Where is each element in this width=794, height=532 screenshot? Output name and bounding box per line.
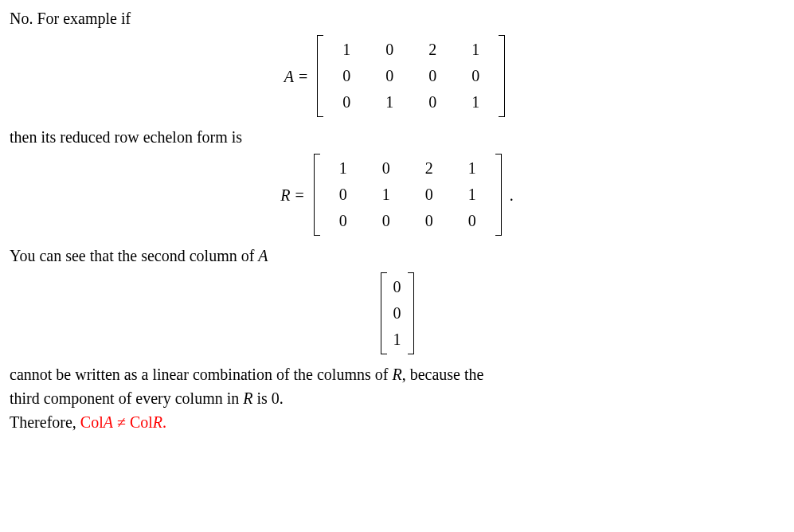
conclusion-col1: Col bbox=[80, 413, 104, 431]
table-row: 0 bbox=[389, 274, 406, 300]
symbol-A: A bbox=[284, 65, 294, 88]
matrix-cell: 0 bbox=[389, 300, 406, 327]
conclusion-A: A bbox=[104, 413, 113, 431]
matrix-cell: 0 bbox=[389, 274, 406, 300]
cannot-R: R bbox=[392, 366, 401, 383]
conclusion-period: . bbox=[162, 413, 166, 431]
matrix-A: 1 0 2 1 0 0 0 0 0 1 0 1 bbox=[317, 35, 505, 117]
equals-sign-1: = bbox=[299, 65, 307, 88]
matrix-cell: 0 bbox=[322, 182, 365, 208]
matrix-cell: 0 bbox=[325, 89, 368, 115]
equation-R-period: . bbox=[510, 183, 514, 207]
matrix-cell: 0 bbox=[365, 208, 408, 234]
matrix-cell: 0 bbox=[411, 89, 454, 115]
third-comp-a: third component of every column in bbox=[10, 389, 243, 407]
third-comp-c: is 0. bbox=[252, 389, 283, 407]
column-vector-table: 0 0 1 bbox=[389, 274, 406, 353]
matrix-cell: 1 bbox=[451, 155, 494, 182]
matrix-cell: 0 bbox=[325, 63, 368, 89]
conclusion-R: R bbox=[153, 413, 162, 431]
matrix-cell: 1 bbox=[389, 327, 406, 353]
table-row: 0 1 0 1 bbox=[325, 89, 497, 115]
cannot-text-a: cannot be written as a linear combinatio… bbox=[10, 366, 392, 383]
table-row: 0 0 0 0 bbox=[325, 63, 497, 89]
second-column-line: You can see that the second column of A bbox=[10, 244, 784, 268]
table-row: 1 0 2 1 bbox=[322, 155, 494, 182]
table-row: 1 bbox=[389, 327, 406, 353]
matrix-A-table: 1 0 2 1 0 0 0 0 0 1 0 1 bbox=[325, 37, 497, 115]
third-component-line: third component of every column in R is … bbox=[10, 386, 784, 410]
matrix-cell: 1 bbox=[322, 155, 365, 182]
equals-sign-2: = bbox=[295, 183, 303, 207]
intro-line: No. For example if bbox=[10, 6, 784, 30]
rref-intro-text: then its reduced row echelon form is bbox=[10, 128, 242, 146]
column-vector-block: 0 0 1 bbox=[10, 272, 784, 354]
cannot-line: cannot be written as a linear combinatio… bbox=[10, 362, 784, 386]
matrix-cell: 0 bbox=[411, 63, 454, 89]
conclusion-neq: ≠ bbox=[113, 413, 130, 431]
matrix-cell: 0 bbox=[451, 208, 494, 234]
second-column-text-a: You can see that the second column of bbox=[10, 247, 258, 264]
rref-intro-line: then its reduced row echelon form is bbox=[10, 125, 784, 149]
table-row: 0 bbox=[389, 300, 406, 327]
matrix-cell: 0 bbox=[408, 182, 451, 208]
conclusion-therefore: Therefore, bbox=[10, 413, 80, 431]
third-comp-R: R bbox=[243, 389, 252, 407]
conclusion-line: Therefore, ColA ≠ ColR. bbox=[10, 410, 784, 434]
column-vector-inline: 0 0 1 bbox=[376, 272, 419, 354]
table-row: 0 0 0 0 bbox=[322, 208, 494, 234]
equation-A-inline: A = 1 0 2 1 0 0 0 0 0 1 0 bbox=[284, 35, 510, 117]
matrix-cell: 1 bbox=[451, 182, 494, 208]
matrix-cell: 1 bbox=[365, 182, 408, 208]
matrix-R: 1 0 2 1 0 1 0 1 0 0 0 0 bbox=[314, 154, 502, 236]
column-vector: 0 0 1 bbox=[381, 272, 414, 354]
equation-R: R = 1 0 2 1 0 1 0 1 0 0 0 bbox=[10, 154, 784, 236]
matrix-cell: 0 bbox=[322, 208, 365, 234]
matrix-cell: 0 bbox=[365, 155, 408, 182]
matrix-cell: 2 bbox=[411, 37, 454, 63]
matrix-cell: 0 bbox=[368, 63, 411, 89]
matrix-cell: 0 bbox=[368, 37, 411, 63]
matrix-R-table: 1 0 2 1 0 1 0 1 0 0 0 0 bbox=[322, 155, 494, 234]
matrix-cell: 1 bbox=[325, 37, 368, 63]
matrix-cell: 0 bbox=[454, 63, 497, 89]
symbol-R: R bbox=[280, 183, 290, 207]
equation-A: A = 1 0 2 1 0 0 0 0 0 1 0 bbox=[10, 35, 784, 117]
matrix-cell: 2 bbox=[408, 155, 451, 182]
matrix-cell: 0 bbox=[408, 208, 451, 234]
matrix-cell: 1 bbox=[368, 89, 411, 115]
table-row: 0 1 0 1 bbox=[322, 182, 494, 208]
matrix-cell: 1 bbox=[454, 37, 497, 63]
second-column-A: A bbox=[258, 247, 268, 264]
conclusion-col2: Col bbox=[130, 413, 153, 431]
equation-R-inline: R = 1 0 2 1 0 1 0 1 0 0 0 bbox=[280, 154, 514, 236]
table-row: 1 0 2 1 bbox=[325, 37, 497, 63]
matrix-cell: 1 bbox=[454, 89, 497, 115]
intro-text: No. For example if bbox=[10, 10, 131, 27]
cannot-text-c: , because the bbox=[402, 366, 484, 383]
